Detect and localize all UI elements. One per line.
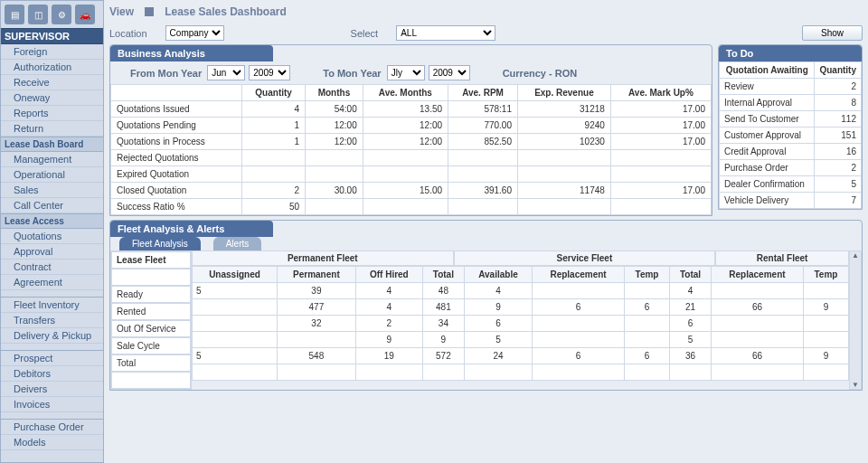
separator-icon: [145, 7, 154, 16]
fleet-panel: Fleet Analysis & Alerts Fleet Analysis A…: [109, 220, 863, 391]
business-filters: From Mon Year Jun 2009 To Mon Year Jly 2…: [110, 61, 712, 84]
company-select[interactable]: Company: [165, 25, 224, 41]
sidebar: ▤ ◫ ⚙ 🚗 SUPERVISOR ForeignAuthorizationR…: [0, 0, 104, 463]
from-label: From Mon Year: [130, 68, 202, 79]
table-row[interactable]: Customer Approval151: [720, 128, 862, 144]
table-row: Closed Quotation230.0015.00391.601174817…: [111, 183, 712, 199]
tab-alerts[interactable]: Alerts: [213, 237, 262, 250]
todo-header: To Do: [719, 45, 862, 61]
table-row: Rejected Quotations: [111, 150, 712, 166]
chart-icon[interactable]: ◫: [28, 5, 48, 24]
nav-item-foreign[interactable]: Foreign: [1, 44, 103, 60]
nav-item-lease-dash-board[interactable]: Lease Dash Board: [1, 137, 103, 152]
table-row[interactable]: Send To Customer112: [720, 111, 862, 128]
biz-col: Ave. Mark Up%: [610, 85, 711, 101]
to-label: To Mon Year: [323, 68, 381, 79]
settings-icon[interactable]: ⚙: [52, 5, 71, 24]
fleet-row-label: Ready: [111, 286, 191, 303]
fleet-table: UnassignedPermanentOff HiredTotalAvailab…: [192, 266, 849, 381]
table-row[interactable]: Internal Approval8: [720, 95, 862, 111]
nav-item-agreement[interactable]: Agreement: [1, 275, 103, 290]
nav-item-operational[interactable]: Operational: [1, 167, 103, 183]
nav-item-purchase-order[interactable]: Purchase Order: [1, 420, 103, 435]
todo-table: Quotation AwaitingQuantityReview2Interna…: [719, 61, 862, 209]
scroll-up-icon[interactable]: ▲: [852, 251, 859, 260]
fleet-group-header: Permanent Fleet Service Fleet Rental Fle…: [192, 250, 849, 266]
nav-item-fleet-inventory[interactable]: Fleet Inventory: [1, 298, 103, 313]
rental-fleet-header: Rental Fleet: [715, 250, 849, 266]
fleet-row-label: [111, 372, 191, 389]
table-row: 477448196621669: [193, 299, 849, 316]
fleet-content: Lease Fleet ReadyRentedOut Of ServiceSal…: [110, 250, 862, 390]
fleet-row-label: Total: [111, 354, 191, 372]
nav-item-delivery-pickup[interactable]: Delivery & Pickup: [1, 328, 103, 344]
table-row: Quotations Issued454:0013.50578:11312181…: [111, 101, 712, 118]
nav-item-oneway[interactable]: Oneway: [1, 90, 103, 106]
nav-item-transfers[interactable]: Transfers: [1, 313, 103, 328]
view-label[interactable]: View: [109, 5, 134, 18]
doc-icon[interactable]: ▤: [5, 5, 24, 24]
to-year-select[interactable]: 2009: [429, 65, 470, 80]
sidebar-icons: ▤ ◫ ⚙ 🚗: [1, 1, 103, 28]
table-row: 5394484 4: [193, 283, 849, 299]
table-row[interactable]: Review2: [720, 79, 862, 95]
nav-item-invoices[interactable]: Invoices: [1, 397, 103, 412]
table-row[interactable]: Purchase Order2: [720, 160, 862, 176]
table-row[interactable]: Vehicle Delivery7: [720, 193, 862, 209]
biz-col: Ave. RPM: [448, 85, 518, 101]
fleet-tabs: Fleet Analysis Alerts: [110, 237, 862, 250]
biz-col: Ave. Months: [363, 85, 448, 101]
nav-item-receive[interactable]: Receive: [1, 75, 103, 90]
currency-label: Currency - RON: [503, 68, 578, 79]
nav-item-authorization[interactable]: Authorization: [1, 60, 103, 75]
table-row: Expired Quotation: [111, 166, 712, 183]
permanent-fleet-header: Permanent Fleet: [192, 250, 454, 266]
table-row: 322346 6: [193, 316, 849, 332]
scrollbar[interactable]: ▲ ▼: [849, 250, 862, 390]
nav-item-contract[interactable]: Contract: [1, 260, 103, 275]
biz-col: Months: [306, 85, 363, 101]
fleet-header: Fleet Analysis & Alerts: [110, 221, 273, 237]
fleet-row-label: Rented: [111, 303, 191, 320]
nav-item-approval[interactable]: Approval: [1, 244, 103, 260]
location-label: Location: [109, 28, 147, 39]
biz-col: Quantity: [242, 85, 306, 101]
all-select[interactable]: ALL: [396, 25, 495, 41]
table-row: 995 5: [193, 332, 849, 348]
nav-item-prospect[interactable]: Prospect: [1, 351, 103, 366]
nav-item-deivers[interactable]: Deivers: [1, 382, 103, 397]
service-fleet-header: Service Fleet: [454, 250, 716, 266]
nav-item-call-center[interactable]: Call Center: [1, 198, 103, 213]
page-title: Lease Sales Dashboard: [165, 5, 287, 18]
fleet-row-label: Out Of Service: [111, 320, 191, 337]
nav-item-sales[interactable]: Sales: [1, 183, 103, 198]
lease-fleet-label: Lease Fleet: [111, 251, 191, 269]
supervisor-header: SUPERVISOR: [1, 28, 103, 44]
nav-item-reports[interactable]: Reports: [1, 106, 103, 121]
car-icon[interactable]: 🚗: [75, 5, 95, 24]
nav-item-debitors[interactable]: Debitors: [1, 366, 103, 382]
table-row: Quotations in Process112:0012:00852.5010…: [111, 134, 712, 150]
nav-item-quotations[interactable]: Quotations: [1, 229, 103, 244]
scroll-down-icon[interactable]: ▼: [852, 381, 859, 389]
business-header: Business Analysis: [110, 45, 273, 61]
table-row[interactable]: Credit Approval16: [720, 144, 862, 160]
from-month-select[interactable]: Jun: [207, 65, 245, 80]
page-header: View Lease Sales Dashboard: [109, 4, 863, 22]
table-row[interactable]: Dealer Confirmation5: [720, 176, 862, 193]
table-row: 554819572246636669: [193, 348, 849, 364]
nav-item-management[interactable]: Management: [1, 152, 103, 167]
filter-row: Location Company Select ALL Show: [109, 25, 863, 41]
to-month-select[interactable]: Jly: [387, 65, 425, 80]
nav-item-return[interactable]: Return: [1, 121, 103, 137]
biz-col: [111, 85, 242, 101]
table-row: Success Ratio %50: [111, 199, 712, 215]
tab-fleet-analysis[interactable]: Fleet Analysis: [119, 237, 201, 250]
from-year-select[interactable]: 2009: [249, 65, 290, 80]
table-row: [193, 364, 849, 381]
show-button[interactable]: Show: [802, 25, 863, 41]
biz-col: Exp. Revenue: [517, 85, 610, 101]
section-lease-access: Lease Access: [1, 213, 103, 229]
nav-item-models[interactable]: Models: [1, 435, 103, 450]
table-row: Quotations Pending112:0012:00770.0092401…: [111, 118, 712, 134]
